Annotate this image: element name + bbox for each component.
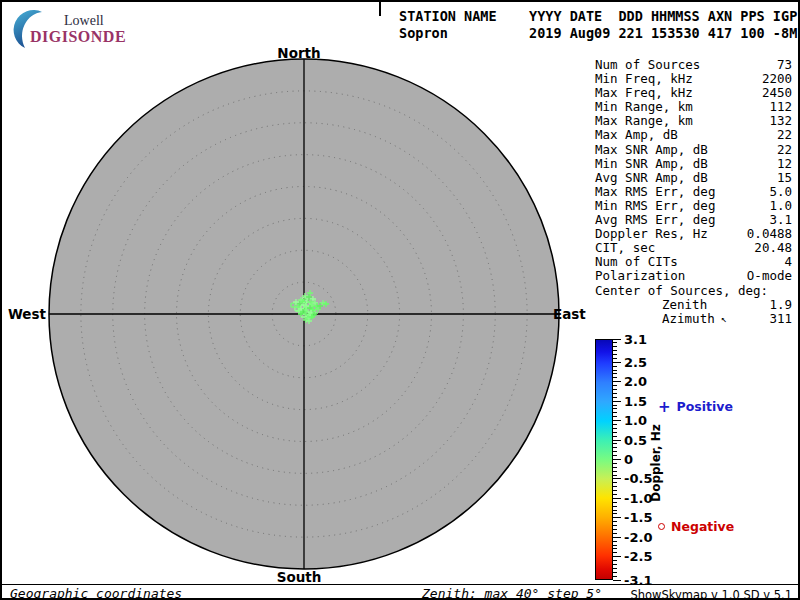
compass-label-east: East [553,306,586,322]
stat-row: Max Amp, dB22 [595,128,792,142]
stat-label: Max RMS Err, deg [595,185,715,199]
doppler-colorbar [595,339,613,580]
stat-label: Min Range, km [595,100,693,114]
circle-marker-icon [658,523,665,530]
stat-row: Num of Sources73 [595,58,792,72]
stat-value: 311 [769,312,792,326]
legend-positive-label: Positive [677,399,733,414]
footer-version-info: ShowSkymap v 1.0 SD v 5.1 [630,588,792,600]
stat-label: Polarization [595,269,685,283]
stat-row: Min Freq, kHz2200 [595,72,792,86]
compass-label-west: West [8,306,46,322]
stat-row: Max RMS Err, deg5.0 [595,185,792,199]
stat-label: Zenith [595,298,707,312]
stat-label: Max Amp, dB [595,128,678,142]
stat-label: Min SNR Amp, dB [595,157,708,171]
stat-value: 2450 [762,86,792,100]
stat-value: 5.0 [769,185,792,199]
stat-label: Doppler Res, Hz [595,227,708,241]
stat-label: Avg RMS Err, deg [595,213,715,227]
stat-row: Min RMS Err, deg1.0 [595,199,792,213]
stat-row: Min Range, km112 [595,100,792,114]
compass-label-north: North [277,45,320,61]
stat-value: 1.0 [769,199,792,213]
stat-label: Max Range, km [595,114,693,128]
stat-label: CIT, sec [595,241,655,255]
stat-row: Avg RMS Err, deg3.1 [595,213,792,227]
stat-value: 3.1 [769,213,792,227]
stat-value: 132 [769,114,792,128]
stat-row: Avg SNR Amp, dB15 [595,171,792,185]
stat-row: Min SNR Amp, dB12 [595,157,792,171]
stat-value: O-mode [747,269,792,283]
stat-row: CIT, sec20.48 [595,241,792,255]
stat-label: Max Freq, kHz [595,86,693,100]
stat-label: Min RMS Err, deg [595,199,715,213]
azimuth-direction-arrow-icon: ↖ [715,312,727,326]
stat-row: Max Range, km132 [595,114,792,128]
stat-value: 112 [769,100,792,114]
stat-row: Center of Sources, deg: [595,284,792,298]
footer-separator [2,584,800,585]
stat-label: Num of CITs [595,255,678,269]
stat-value: 12 [777,157,792,171]
stat-value: 22 [777,143,792,157]
stat-label: Azimuth ↖ [595,312,727,326]
legend-negative-label: Negative [671,519,734,534]
stat-row: Max Freq, kHz2450 [595,86,792,100]
stat-label: Num of Sources [595,58,700,72]
stats-panel: Num of Sources73Min Freq, kHz2200Max Fre… [595,58,792,326]
legend-negative: Negative [658,519,734,534]
stat-value: 15 [777,171,792,185]
stat-row: Azimuth ↖311 [595,312,792,326]
stat-row: Num of CITs4 [595,255,792,269]
stat-row: PolarizationO-mode [595,269,792,283]
stat-label: Min Freq, kHz [595,72,693,86]
skymap-window: Lowell DIGISONDE STATION NAME YYYY DATE … [0,0,800,600]
stat-value: 73 [777,58,792,72]
stat-value: 22 [777,128,792,142]
stat-row: Doppler Res, Hz0.0488 [595,227,792,241]
stat-value: 20.48 [754,241,792,255]
stat-row: Zenith1.9 [595,298,792,312]
footer-coordinate-system: Geographic coordinates [10,586,182,600]
stat-value: 1.9 [769,298,792,312]
legend-positive: + Positive [658,399,733,414]
stat-row: Max SNR Amp, dB22 [595,143,792,157]
compass-label-south: South [277,569,322,585]
stat-value: 4 [784,255,792,269]
stat-value: 0.0488 [747,227,792,241]
stat-label: Center of Sources, deg: [595,284,768,298]
stat-label: Avg SNR Amp, dB [595,171,708,185]
stat-value: 2200 [762,72,792,86]
doppler-axis-label: Doppler, Hz [649,424,663,502]
plus-marker-icon: + [658,401,671,413]
footer-zenith-scale: Zenith: max 40° step 5° [422,586,602,600]
stat-label: Max SNR Amp, dB [595,143,708,157]
